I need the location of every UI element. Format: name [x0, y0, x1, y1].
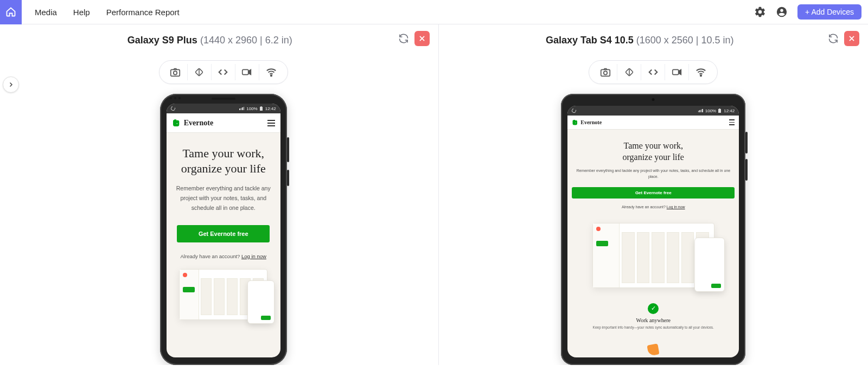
account-icon: [776, 6, 788, 18]
close-icon: [418, 35, 426, 42]
login-link[interactable]: Log in now: [241, 253, 266, 259]
login-link[interactable]: Log in now: [667, 205, 685, 209]
account-button[interactable]: [776, 6, 788, 18]
menu-help[interactable]: Help: [73, 8, 90, 17]
clock-text: 12:42: [265, 106, 276, 111]
svg-rect-12: [718, 109, 721, 113]
network-button[interactable]: [259, 64, 283, 80]
subheadline: Remember everything and tackle any proje…: [171, 184, 276, 213]
signal-icon: [698, 109, 703, 112]
video-icon: [241, 66, 253, 78]
battery-text: 100%: [705, 108, 716, 113]
add-devices-button[interactable]: + Add Devices: [797, 4, 861, 20]
menu-performance-report[interactable]: Performance Report: [106, 8, 180, 17]
svg-rect-5: [260, 107, 263, 111]
globe-icon: ✓: [648, 303, 659, 314]
device-name: Galaxy Tab S4 10.5: [546, 35, 634, 46]
login-prompt: Already have an account? Log in now: [171, 253, 276, 259]
svg-point-8: [604, 71, 607, 74]
svg-point-1: [174, 71, 177, 74]
login-prompt: Already have an account? Log in now: [572, 205, 735, 209]
evernote-logo[interactable]: Evernote: [172, 119, 213, 127]
menu-media[interactable]: Media: [35, 8, 57, 17]
device-title: Galaxy S9 Plus (1440 x 2960 | 6.2 in): [127, 35, 292, 46]
loading-spinner-icon: [170, 106, 176, 112]
cta-button[interactable]: Get Evernote free: [177, 225, 270, 242]
screenshot-button[interactable]: [593, 64, 617, 80]
device-screen[interactable]: 100% 12:42 Evernote: [167, 104, 280, 357]
battery-text: 100%: [246, 106, 257, 111]
feature-remember-everything: Remember everything: [572, 344, 735, 357]
device-panel-phone: Galaxy S9 Plus (1440 x 2960 | 6.2 in): [9, 24, 439, 365]
loading-spinner-icon: [571, 108, 577, 114]
svg-rect-10: [673, 69, 679, 74]
device-toolbar: [589, 60, 718, 84]
cta-button[interactable]: Get Evernote free: [572, 187, 735, 199]
feature-desc: Keep important info handy—your notes syn…: [572, 325, 735, 329]
feature-title: Work anywhere: [572, 317, 735, 323]
svg-rect-13: [719, 108, 720, 109]
clock-text: 12:42: [724, 108, 735, 113]
svg-rect-3: [242, 69, 248, 74]
site-body: Tame your work,organize your life Rememb…: [567, 130, 739, 357]
reload-icon: [399, 34, 409, 43]
svg-rect-6: [260, 106, 261, 107]
close-device-button[interactable]: [414, 31, 430, 46]
close-icon: [848, 35, 856, 42]
device-spec: (1440 x 2960 | 6.2 in): [200, 35, 292, 46]
feature-work-anywhere: ✓ Work anywhere Keep important info hand…: [572, 303, 735, 329]
reload-button[interactable]: [396, 31, 411, 46]
rotate-button[interactable]: [188, 64, 212, 80]
battery-icon: [718, 108, 722, 113]
devtools-button[interactable]: [641, 64, 665, 80]
devtools-button[interactable]: [212, 64, 235, 80]
device-panel-tablet: Galaxy Tab S4 10.5 (1600 x 2560 | 10.5 i…: [439, 24, 869, 365]
rotate-button[interactable]: [617, 64, 641, 80]
reload-button[interactable]: [826, 31, 841, 46]
brand-text: Evernote: [580, 119, 602, 125]
device-name: Galaxy S9 Plus: [127, 35, 197, 46]
camera-icon: [169, 66, 181, 78]
site-header: Evernote: [567, 116, 739, 130]
topbar: Media Help Performance Report + Add Devi…: [0, 0, 868, 24]
chevron-right-icon: [8, 81, 14, 88]
device-spec: (1600 x 2560 | 10.5 in): [636, 35, 734, 46]
pin-icon: [647, 343, 660, 356]
evernote-logo[interactable]: Evernote: [572, 119, 602, 126]
headline: Tame your work,organize your life: [171, 146, 276, 176]
record-button[interactable]: [665, 64, 689, 80]
device-toolbar: [159, 60, 288, 84]
video-icon: [671, 66, 683, 78]
gear-icon: [754, 6, 766, 18]
site-header: Evernote: [167, 113, 280, 133]
record-button[interactable]: [235, 64, 259, 80]
brand-text: Evernote: [184, 119, 213, 127]
hamburger-button[interactable]: [729, 119, 735, 125]
settings-button[interactable]: [754, 6, 766, 18]
device-screen[interactable]: 100% 12:42 Evernote: [567, 106, 739, 357]
workspace: Galaxy S9 Plus (1440 x 2960 | 6.2 in): [0, 24, 868, 365]
svg-point-4: [271, 75, 272, 76]
hamburger-button[interactable]: [267, 120, 275, 126]
screenshot-button[interactable]: [164, 64, 188, 80]
headline: Tame your work,organize your life: [572, 140, 735, 163]
product-screenshot: [179, 269, 267, 320]
close-device-button[interactable]: [844, 31, 859, 46]
svg-rect-7: [601, 69, 610, 76]
home-button[interactable]: [0, 0, 22, 24]
device-frame-phone: 100% 12:42 Evernote: [160, 94, 287, 365]
code-icon: [647, 66, 659, 78]
elephant-icon: [572, 119, 578, 126]
battery-icon: [260, 106, 263, 111]
device-frame-tablet: 100% 12:42 Evernote: [561, 94, 745, 365]
sidebar-expand-button[interactable]: [3, 76, 19, 93]
elephant-icon: [172, 119, 181, 127]
wifi-icon: [695, 66, 707, 78]
rotate-icon: [194, 67, 205, 78]
signal-icon: [239, 107, 244, 110]
reload-icon: [828, 34, 838, 43]
main-menu: Media Help Performance Report: [35, 8, 180, 17]
network-button[interactable]: [689, 64, 713, 80]
topbar-right: + Add Devices: [754, 4, 861, 20]
subheadline: Remember everything and tackle any proje…: [572, 168, 735, 180]
